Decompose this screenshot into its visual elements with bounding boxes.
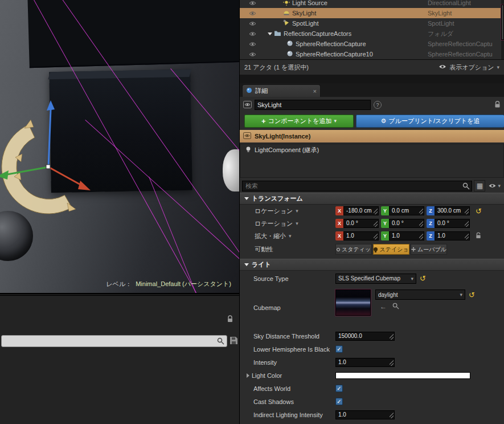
- expander-right-icon[interactable]: [247, 373, 249, 378]
- section-transform[interactable]: トランスフォーム: [240, 193, 504, 205]
- lock-icon[interactable]: [494, 101, 501, 109]
- lock-icon[interactable]: [227, 315, 233, 324]
- expander-icon: [244, 197, 249, 200]
- rotation-x-value[interactable]: 0.0 °: [343, 219, 379, 228]
- outliner-scrollbar[interactable]: [501, 0, 504, 59]
- directional-light-icon: [283, 0, 290, 7]
- unlock-icon[interactable]: [476, 232, 481, 240]
- scale-z-value[interactable]: 1.0: [435, 231, 470, 240]
- cast-shadows-checkbox[interactable]: ✓: [335, 398, 343, 405]
- actor-label[interactable]: SphereReflectionCapture: [296, 40, 366, 47]
- chevron-down-icon: ▾: [411, 276, 413, 282]
- outliner-row-skylight[interactable]: SkyLight SkyLight: [240, 8, 504, 18]
- mobility-movable-button[interactable]: ムーバブル: [411, 244, 447, 255]
- lower-hemisphere-checkbox[interactable]: ✓: [335, 345, 343, 353]
- rotation-x-field[interactable]: X 0.0 °: [335, 219, 379, 228]
- visibility-eye-icon[interactable]: [249, 11, 258, 16]
- content-search-input[interactable]: [1, 335, 227, 347]
- gizmo-center[interactable]: [46, 165, 50, 169]
- outliner-row-light-source[interactable]: Light Source DirectionalLight: [240, 0, 504, 8]
- use-selected-asset-icon[interactable]: ←: [380, 303, 387, 311]
- rotation-y-field[interactable]: Y 0.0 °: [381, 219, 424, 228]
- rotation-z-field[interactable]: Z 0.0 °: [427, 219, 470, 228]
- cubemap-dropdown[interactable]: daylight ▾: [375, 290, 465, 300]
- scale-x-value[interactable]: 1.0: [343, 231, 379, 240]
- section-light[interactable]: ライト: [240, 259, 504, 271]
- property-matrix-icon[interactable]: ▦: [474, 180, 485, 191]
- actor-name-input[interactable]: [255, 100, 371, 110]
- gear-icon: ⚙: [380, 117, 386, 125]
- browse-asset-icon[interactable]: [392, 303, 399, 311]
- indirect-lighting-value[interactable]: 1.0: [335, 410, 395, 419]
- actor-type: SkyLight: [428, 10, 497, 17]
- view-options-button[interactable]: 表示オプション ▾: [439, 63, 499, 72]
- scale-label[interactable]: 拡大・縮小 ▾: [240, 232, 335, 240]
- visibility-eye-icon[interactable]: [249, 31, 258, 36]
- gizmo-axis-x[interactable]: [48, 167, 81, 185]
- visibility-eye-icon[interactable]: [249, 21, 258, 26]
- instance-header[interactable]: SkyLight(Instance): [240, 130, 504, 142]
- cubemap-thumbnail[interactable]: [335, 290, 371, 316]
- location-y-value[interactable]: 0.0 cm: [389, 206, 424, 215]
- help-icon[interactable]: ?: [374, 101, 382, 109]
- actor-label[interactable]: Light Source: [292, 0, 327, 6]
- location-label[interactable]: ロケーション ▾: [240, 207, 335, 215]
- tab-details[interactable]: 詳細 ×: [242, 84, 321, 97]
- reset-to-default-icon[interactable]: ↺: [476, 207, 482, 215]
- rotation-y-value[interactable]: 0.0 °: [389, 219, 424, 228]
- blueprint-script-button[interactable]: ⚙ ブループリント/スクリプトを追: [356, 115, 504, 128]
- location-z-value[interactable]: 300.0 cm: [435, 206, 470, 215]
- display-filter-button[interactable]: ▾: [487, 183, 502, 189]
- gizmo-axis-z[interactable]: [48, 109, 51, 167]
- outliner-row-sphere-capture[interactable]: SphereReflectionCapture SphereReflection…: [240, 39, 504, 49]
- intensity-value[interactable]: 1.0: [335, 358, 395, 367]
- rotation-z-value[interactable]: 0.0 °: [435, 219, 470, 228]
- rotation-gizmo[interactable]: [0, 96, 117, 227]
- viewport-3d[interactable]: レベル： Minimal_Default (パーシスタント): [0, 0, 239, 294]
- outliner-row-sphere-capture-10[interactable]: SphereReflectionCapture10 SphereReflecti…: [240, 49, 504, 59]
- save-icon[interactable]: [230, 336, 238, 346]
- chevron-down-icon: ▾: [334, 118, 337, 124]
- row-mobility: 可動性 スタティッ ステイショ ムーバブル: [240, 242, 504, 256]
- visibility-eye-icon[interactable]: [249, 42, 258, 47]
- rotation-label[interactable]: ロテーション ▾: [240, 219, 335, 228]
- location-x-field[interactable]: X -180.0 cm: [335, 206, 379, 215]
- visibility-eye-icon[interactable]: [249, 52, 258, 57]
- level-name[interactable]: Minimal_Default (パーシスタント): [136, 280, 231, 287]
- location-y-field[interactable]: Y 0.0 cm: [381, 206, 424, 215]
- scale-x-field[interactable]: X 1.0: [335, 231, 379, 240]
- expander-icon[interactable]: [268, 32, 272, 35]
- scale-y-field[interactable]: Y 1.0: [381, 231, 424, 240]
- actor-label[interactable]: ReflectionCaptureActors: [284, 30, 351, 37]
- sky-distance-value[interactable]: 150000.0: [335, 332, 395, 341]
- component-label: LightComponent (継承): [255, 146, 319, 154]
- axis-z-badge: Z: [427, 206, 435, 215]
- check-icon: ✓: [337, 346, 341, 352]
- close-icon[interactable]: ×: [313, 88, 317, 95]
- reset-to-default-icon[interactable]: ↺: [469, 291, 475, 299]
- actor-label[interactable]: SpotLight: [292, 20, 318, 27]
- axis-z-badge: Z: [427, 231, 435, 240]
- location-x-value[interactable]: -180.0 cm: [343, 206, 379, 215]
- actor-label[interactable]: SphereReflectionCapture10: [296, 51, 373, 58]
- visibility-eye-icon[interactable]: [249, 1, 258, 6]
- light-color-swatch[interactable]: [335, 372, 470, 379]
- details-search-input[interactable]: [242, 181, 472, 191]
- affects-world-checkbox[interactable]: ✓: [335, 385, 343, 392]
- row-indirect-lighting: Indirect Lighting Intensity 1.0: [240, 408, 504, 421]
- source-type-label: Source Type: [240, 275, 335, 282]
- scale-z-field[interactable]: Z 1.0: [427, 231, 470, 240]
- content-search-row: [1, 335, 238, 347]
- add-component-button[interactable]: + コンポーネントを追加 ▾: [244, 115, 354, 128]
- mobility-stationary-button[interactable]: ステイショ: [373, 244, 409, 255]
- mobility-static-button[interactable]: スタティッ: [335, 244, 372, 255]
- reset-to-default-icon[interactable]: ↺: [420, 275, 426, 282]
- scale-y-value[interactable]: 1.0: [389, 231, 424, 240]
- source-type-dropdown[interactable]: SLS Specified Cubemap ▾: [335, 274, 416, 284]
- outliner-row-folder[interactable]: ReflectionCaptureActors フォルダ: [240, 28, 504, 39]
- outliner-row-spotlight[interactable]: SpotLight SpotLight: [240, 18, 504, 28]
- static-icon: [337, 248, 340, 251]
- location-z-field[interactable]: Z 300.0 cm: [427, 206, 470, 215]
- actor-label[interactable]: SkyLight: [292, 10, 316, 17]
- component-row-lightcomponent[interactable]: LightComponent (継承): [240, 144, 503, 156]
